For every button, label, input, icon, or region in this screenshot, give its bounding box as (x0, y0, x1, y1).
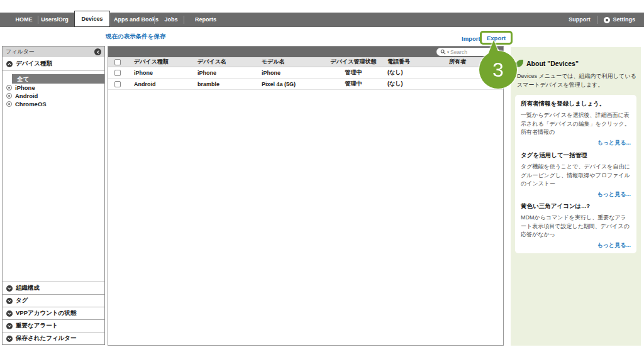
row-checkbox[interactable] (114, 81, 121, 87)
select-all-checkbox[interactable] (114, 59, 121, 65)
filter-section-organization[interactable]: 組織構成 (3, 282, 104, 294)
radio-icon (6, 101, 12, 107)
chevron-up-icon (8, 63, 11, 67)
top-navbar: HOME Users/Org Devices Apps and Books Jo… (0, 13, 644, 27)
collapse-section-icon (6, 61, 13, 67)
filter-collapsed-sections: 組織構成 タグ VPPアカウントの状態 重要なアラート 保存されたフィルター (3, 282, 104, 344)
filter-option-all[interactable]: 全て (12, 74, 104, 84)
device-table: ▾ Search デバイス種類 デバイス名 モデル名 デバイス管理状態 電話番号… (108, 46, 504, 346)
filter-option-label: iPhone (15, 84, 35, 91)
expand-section-icon (6, 323, 13, 329)
chevron-down-icon (8, 324, 11, 327)
help-card-owner-info: 所有者情報を登録しましょう。 一覧からデバイスを選択後、詳細画面に表示される「デ… (515, 95, 636, 151)
filter-option-label: Android (15, 92, 38, 99)
filter-section-device-type[interactable]: デバイス種類 (3, 57, 104, 71)
about-header: About "Devices" (516, 60, 579, 67)
help-card-body: タグ機能を使うことで、デバイスを自由にグルーピングし、情報取得やプロファイルのイ… (521, 163, 631, 189)
expand-section-icon (6, 298, 13, 304)
more-link[interactable]: もっと見る... (521, 241, 631, 250)
save-view-link[interactable]: 現在の表示条件を保存 (106, 33, 165, 41)
filter-section-saved-filters[interactable]: 保存されたフィルター (3, 332, 104, 344)
about-title: About "Devices" (526, 60, 579, 67)
expand-section-icon (6, 310, 13, 317)
help-card-yellow-triangle: 黄色い三角アイコンは...? MDMからコマンドを実行し、重要なアラート表示項目… (515, 197, 636, 253)
help-panel: About "Devices" Devices メニューでは、組織内で利用してい… (511, 47, 641, 346)
filter-section-vpp-account[interactable]: VPPアカウントの状態 (3, 307, 104, 319)
step-annotation-balloon: 3 (475, 38, 521, 90)
support-link[interactable]: Support (562, 13, 597, 27)
gear-icon (604, 17, 610, 23)
help-card-title: 黄色い三角アイコンは...? (521, 202, 631, 211)
column-header[interactable]: 電話番号 (382, 58, 439, 66)
cell-device-name: bramble (191, 81, 254, 87)
radio-icon (6, 93, 12, 99)
radio-icon (6, 85, 12, 90)
filter-section-label: 組織構成 (16, 284, 40, 292)
filter-section-label: デバイス種類 (16, 60, 52, 68)
chevron-down-icon (8, 336, 11, 340)
expand-section-icon (6, 285, 13, 292)
nav-divider (184, 16, 184, 24)
filter-option-android[interactable]: Android (6, 92, 38, 99)
filter-section-label: VPPアカウントの状態 (16, 309, 76, 317)
tab-jobs[interactable]: Jobs (158, 13, 184, 27)
filter-option-label: ChromeOS (15, 101, 47, 107)
settings-button[interactable]: Settings (604, 13, 635, 27)
cell-device-type: Android (127, 81, 191, 87)
cell-device-type: iPhone (127, 70, 191, 76)
cell-status: 管理中 (325, 69, 382, 77)
help-card-tags: タグを活用して一括管理 タグ機能を使うことで、デバイスを自由にグルーピングし、情… (515, 146, 636, 202)
cell-phone: (なし) (382, 69, 439, 77)
tab-devices[interactable]: Devices (74, 11, 110, 27)
filter-option-iphone[interactable]: iPhone (6, 84, 35, 91)
header-checkbox-cell (108, 59, 127, 65)
filter-title: フィルター (6, 48, 94, 56)
nav-divider (597, 16, 597, 24)
chevron-down-icon (8, 299, 11, 302)
tab-home[interactable]: HOME (10, 13, 38, 27)
cell-model: iPhone (254, 70, 325, 76)
tab-reports[interactable]: Reports (188, 13, 223, 27)
search-scope-caret-icon[interactable]: ▾ (447, 50, 449, 54)
row-checkbox[interactable] (114, 70, 121, 76)
filter-section-label: タグ (16, 297, 28, 305)
chevron-down-icon (8, 311, 11, 315)
mdm-devices-screen: HOME Users/Org Devices Apps and Books Jo… (0, 0, 644, 362)
help-card-title: 所有者情報を登録しましょう。 (521, 100, 631, 108)
cell-model: Pixel 4a (5G) (254, 81, 325, 87)
step-number-badge: 3 (479, 51, 517, 89)
cell-device-name: iPhone (191, 70, 254, 76)
expand-section-icon (6, 336, 13, 342)
tab-apps-and-books[interactable]: Apps and Books (114, 13, 152, 27)
table-toolbar: ▾ Search (108, 47, 503, 57)
filter-section-alerts[interactable]: 重要なアラート (3, 319, 104, 332)
more-link[interactable]: もっと見る... (521, 139, 631, 147)
filter-option-chromeos[interactable]: ChromeOS (6, 101, 47, 107)
about-intro-text: Devices メニューでは、組織内で利用しているスマートデバイスを管理します。 (517, 72, 638, 90)
table-header-row: デバイス種類 デバイス名 モデル名 デバイス管理状態 電話番号 所有者 (108, 57, 503, 67)
help-card-title: タグを活用して一括管理 (521, 151, 631, 160)
column-header[interactable]: デバイス名 (191, 58, 254, 66)
column-header[interactable]: デバイス管理状態 (325, 58, 382, 66)
row-checkbox-cell (108, 70, 127, 76)
filter-sidebar: フィルター デバイス種類 全て iPhone Android ChromeOS … (2, 46, 105, 345)
filter-section-label: 重要なアラート (16, 322, 58, 330)
help-card-body: 一覧からデバイスを選択後、詳細画面に表示される「デバイスの編集」をクリック。所有… (521, 111, 631, 137)
collapse-sidebar-button[interactable] (94, 48, 101, 55)
cell-status: 管理中 (325, 80, 382, 88)
column-header[interactable]: デバイス種類 (127, 58, 191, 66)
chevron-left-icon (97, 50, 101, 54)
table-row[interactable]: iPhone iPhone iPhone 管理中 (なし) (108, 67, 503, 79)
table-row[interactable]: Android bramble Pixel 4a (5G) 管理中 (なし) (108, 79, 503, 90)
settings-label: Settings (613, 13, 635, 27)
cell-phone: (なし) (382, 80, 439, 88)
tab-users-org[interactable]: Users/Org (38, 13, 71, 27)
row-checkbox-cell (108, 81, 127, 87)
column-header[interactable]: モデル名 (254, 58, 325, 66)
filter-sidebar-header: フィルター (3, 47, 104, 57)
help-card-body: MDMからコマンドを実行し、重要なアラート表示項目で設定した期間、デバイスの応答… (521, 214, 631, 239)
filter-section-tags[interactable]: タグ (3, 294, 104, 307)
nav-divider (154, 16, 155, 24)
chevron-down-icon (8, 286, 11, 290)
search-icon (440, 49, 446, 55)
